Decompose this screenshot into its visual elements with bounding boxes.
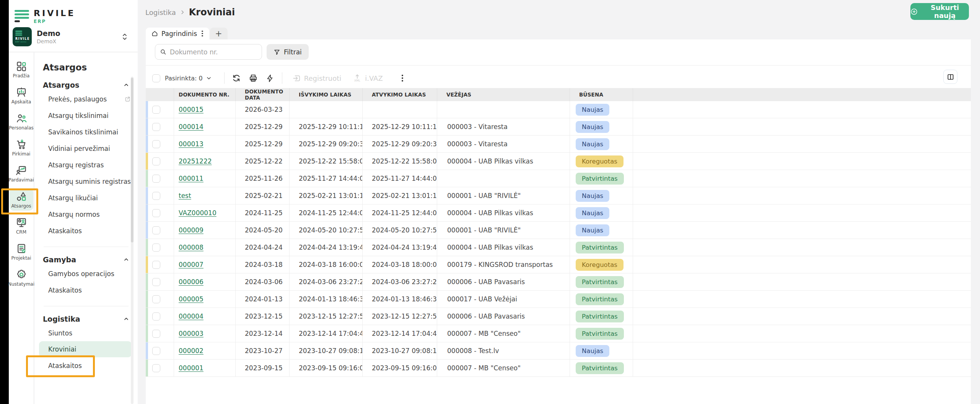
document-link[interactable]: 000015 xyxy=(179,106,203,113)
table-row[interactable]: 000007 2024-03-18 2024-03-18 16:00:02 20… xyxy=(146,256,971,273)
rail-item-apskaita[interactable]: Apskaita xyxy=(10,84,33,106)
sidebar-item-vidiniai-pervežimai[interactable]: Vidiniai pervežimai xyxy=(34,140,138,157)
tab-menu-icon[interactable] xyxy=(201,30,204,38)
row-checkbox[interactable] xyxy=(152,157,160,165)
filter-button[interactable]: Filtrai xyxy=(267,44,309,60)
more-options-button[interactable] xyxy=(396,72,409,85)
row-checkbox[interactable] xyxy=(152,226,160,234)
table-row[interactable]: test 2025-02-21 2025-02-21 13:01:17 2025… xyxy=(146,187,971,204)
document-link[interactable]: 000007 xyxy=(179,261,203,268)
register-button[interactable]: Registruoti xyxy=(292,74,342,83)
document-link[interactable]: 000006 xyxy=(179,278,203,286)
table-row[interactable]: 000008 2024-04-24 2024-04-24 13:19:42 20… xyxy=(146,239,971,256)
rail-item-personalas[interactable]: Personalas xyxy=(10,110,33,132)
header-cell[interactable]: Dokumento data xyxy=(236,88,290,101)
document-link[interactable]: 000005 xyxy=(179,295,203,303)
row-checkbox[interactable] xyxy=(152,123,160,131)
ivaz-button[interactable]: XML i.VAZ xyxy=(353,74,383,83)
header-cell[interactable]: Atvykimo laikas xyxy=(363,88,437,101)
sidebar-item-prekės-paslaugos[interactable]: Prekės, paslaugos xyxy=(34,91,138,107)
row-checkbox[interactable] xyxy=(152,140,160,148)
sidebar-item-atsargų-suminis-registras[interactable]: Atsargų suminis registras xyxy=(34,173,138,190)
rail-item-pirkimai[interactable]: Pirkimai xyxy=(10,136,33,159)
table-row[interactable]: 000005 2024-01-13 2024-01-13 18:46:38 20… xyxy=(146,291,971,308)
document-link[interactable]: 000014 xyxy=(179,123,203,131)
rail-item-crm[interactable]: CRM xyxy=(10,214,33,237)
row-checkbox[interactable] xyxy=(152,278,160,286)
sidebar-item-atsargų-registras[interactable]: Atsargų registras xyxy=(34,157,138,173)
row-checkbox[interactable] xyxy=(152,106,160,114)
row-checkbox[interactable] xyxy=(152,347,160,355)
table-row[interactable]: VAZ000010 2024-11-25 2024-11-25 12:44:04… xyxy=(146,204,971,222)
document-link[interactable]: 000004 xyxy=(179,312,203,320)
row-checkbox[interactable] xyxy=(152,244,160,252)
sidebar-item-gamybos-operacijos[interactable]: Gamybos operacijos xyxy=(34,265,138,282)
document-link[interactable]: 000001 xyxy=(179,364,203,372)
document-link[interactable]: 000009 xyxy=(179,226,203,234)
row-checkbox[interactable] xyxy=(152,312,160,321)
document-link[interactable]: 000013 xyxy=(179,140,203,148)
select-all-checkbox[interactable] xyxy=(152,74,160,82)
header-cell[interactable]: Vežėjas xyxy=(437,88,570,101)
table-row[interactable]: 000002 2023-10-27 2023-10-27 09:08:11 20… xyxy=(146,342,971,360)
document-link[interactable]: 000003 xyxy=(179,330,203,337)
table-row[interactable]: 000011 2025-11-26 2025-11-27 14:44:02 20… xyxy=(146,170,971,187)
sidebar-item-savikainos-tikslinimai[interactable]: Savikainos tikslinimai xyxy=(34,124,138,140)
table-row[interactable]: 20251222 2025-12-22 2025-12-22 15:58:06 … xyxy=(146,153,971,170)
sidebar-item-ataskaitos[interactable]: Ataskaitos xyxy=(34,222,138,239)
document-link[interactable]: VAZ000010 xyxy=(179,209,217,217)
breadcrumb-parent[interactable]: Logistika xyxy=(145,8,176,16)
table-row[interactable]: 000003 2023-12-14 2023-12-14 17:04:47 20… xyxy=(146,325,971,342)
section-header-atsargos[interactable]: Atsargos xyxy=(43,81,129,89)
lightning-button[interactable] xyxy=(264,72,277,85)
sidebar-item-kroviniai[interactable]: Kroviniai xyxy=(39,341,132,357)
document-link[interactable]: 000002 xyxy=(179,347,203,355)
sidebar-item-siuntos[interactable]: Siuntos xyxy=(34,325,138,341)
selected-count-label[interactable]: Pasirinkta: 0 xyxy=(165,75,203,82)
refresh-button[interactable] xyxy=(230,72,243,85)
header-cell[interactable]: Dokumento nr. xyxy=(174,88,236,101)
rail-item-atsargos[interactable]: Atsargos xyxy=(10,188,33,211)
sidebar-item-ataskaitos[interactable]: Ataskaitos xyxy=(34,282,138,298)
rail-item-projektai[interactable]: Projektai xyxy=(10,240,33,263)
rail-item-pradžia[interactable]: Pradžia xyxy=(10,58,33,80)
tab-pagrindinis[interactable]: Pagrindinis xyxy=(146,28,209,39)
rail-item-nustatymai[interactable]: Nustatymai xyxy=(10,267,33,289)
rail-item-pardavimai[interactable]: Pardavimai xyxy=(10,162,33,185)
unfold-icon[interactable] xyxy=(121,33,128,41)
table-row[interactable]: 000001 2023-09-15 2023-09-15 09:16:09 20… xyxy=(146,360,971,377)
table-row[interactable]: 000015 2026-03-23 Naujas xyxy=(146,101,971,118)
row-checkbox[interactable] xyxy=(152,330,160,338)
document-link[interactable]: 20251222 xyxy=(179,157,212,165)
table-row[interactable]: 000013 2025-12-29 2025-12-29 09:20:35 20… xyxy=(146,136,971,153)
table-row[interactable]: 000004 2023-12-15 2023-12-15 12:27:58 20… xyxy=(146,308,971,325)
chevron-down-icon[interactable] xyxy=(206,75,212,81)
section-header-gamyba[interactable]: Gamyba xyxy=(43,255,129,264)
table-row[interactable]: 000014 2025-12-29 2025-12-29 10:11:17 20… xyxy=(146,118,971,136)
sidebar-item-atsargų-tikslinimai[interactable]: Atsargų tikslinimai xyxy=(34,107,138,124)
sidebar-item-atsargų-likučiai[interactable]: Atsargų likučiai xyxy=(34,190,138,206)
row-checkbox[interactable] xyxy=(152,261,160,269)
sidebar-item-atsargų-normos[interactable]: Atsargų normos xyxy=(34,206,138,222)
table-row[interactable]: 000009 2024-05-20 2024-05-20 10:27:58 20… xyxy=(146,222,971,239)
column-settings-button[interactable] xyxy=(943,70,957,84)
document-link[interactable]: test xyxy=(179,192,191,200)
document-link[interactable]: 000011 xyxy=(179,175,203,182)
table-row[interactable]: 000006 2024-03-06 2024-03-06 23:27:23 20… xyxy=(146,273,971,291)
row-checkbox[interactable] xyxy=(152,175,160,183)
print-button[interactable] xyxy=(247,72,260,85)
add-tab-button[interactable]: + xyxy=(210,28,228,39)
header-cell[interactable]: Išvykimo laikas xyxy=(290,88,363,101)
workspace-selector[interactable]: RIVILEERP demo Demo DemoX xyxy=(13,27,135,47)
sidebar-item-ataskaitos[interactable]: Ataskaitos xyxy=(34,357,138,374)
row-checkbox[interactable] xyxy=(152,209,160,217)
row-checkbox[interactable] xyxy=(152,364,160,372)
search-input[interactable] xyxy=(170,48,257,56)
create-new-button[interactable]: Sukurti naują xyxy=(910,3,969,20)
document-link[interactable]: 000008 xyxy=(179,244,203,251)
section-header-logistika[interactable]: Logistika xyxy=(43,315,129,323)
row-checkbox[interactable] xyxy=(152,295,160,303)
row-checkbox[interactable] xyxy=(152,192,160,200)
header-cell[interactable]: Būsena xyxy=(570,88,633,101)
sidebar-scrollbar[interactable] xyxy=(131,77,133,404)
